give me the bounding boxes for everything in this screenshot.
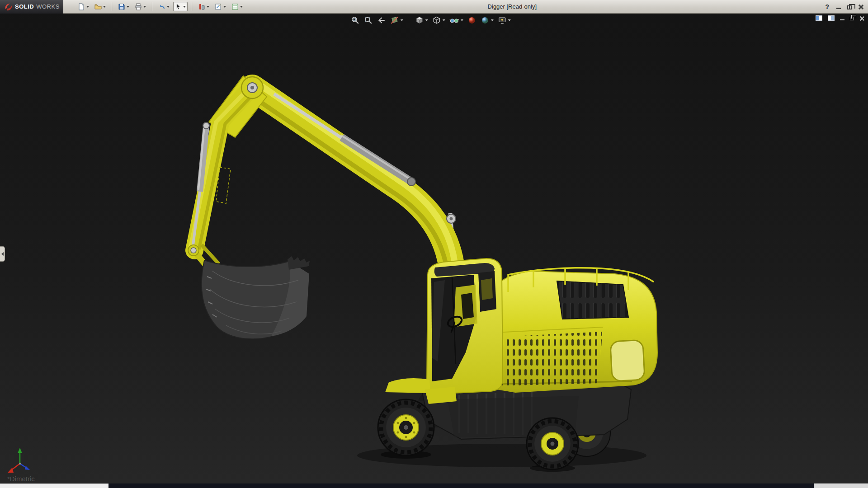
- dropdown-arrow-icon[interactable]: [461, 19, 463, 21]
- cab-step: [425, 387, 457, 404]
- dropdown-arrow-icon[interactable]: [143, 6, 146, 8]
- excavator-model[interactable]: [0, 14, 868, 483]
- section-view-icon: [390, 16, 399, 25]
- toolbar-separator: [152, 2, 152, 11]
- dropdown-arrow-icon[interactable]: [127, 6, 129, 8]
- stick-cylinder: [274, 94, 415, 186]
- edit-appearance-sphere-icon: [467, 16, 476, 25]
- print-icon: [135, 3, 142, 10]
- document-window-controls: [816, 15, 864, 21]
- dropdown-arrow-icon[interactable]: [491, 19, 494, 21]
- dropdown-arrow-icon[interactable]: [443, 19, 445, 21]
- bucket: [202, 256, 310, 339]
- save-button[interactable]: [116, 2, 131, 12]
- view-orientation-cube-icon: [415, 16, 424, 25]
- document-restore-button[interactable]: [850, 17, 854, 20]
- window-controls: ?: [824, 0, 863, 14]
- solidworks-logo: SOLIDWORKS: [0, 0, 63, 14]
- toolbox-icon: [198, 3, 205, 10]
- dropdown-arrow-icon[interactable]: [401, 19, 403, 21]
- cab: [427, 258, 503, 394]
- new-document-icon: [78, 3, 85, 10]
- toolbox-button[interactable]: [196, 2, 211, 12]
- document-minimize-button[interactable]: [840, 16, 844, 20]
- y-axis-arrow: [18, 448, 22, 453]
- status-strip-left: [0, 483, 108, 488]
- orientation-triad[interactable]: [4, 446, 35, 477]
- open-icon: [94, 3, 102, 10]
- front-fender: [385, 378, 430, 393]
- dropdown-arrow-icon[interactable]: [183, 6, 186, 8]
- sketch-button[interactable]: [213, 2, 228, 12]
- section-view-button[interactable]: [389, 15, 405, 26]
- save-icon: [118, 3, 125, 10]
- undo-icon: [158, 3, 165, 10]
- brand-light: WORKS: [36, 3, 60, 10]
- z-axis-arrow: [25, 466, 30, 470]
- display-style-button[interactable]: [431, 15, 447, 26]
- new-document-button[interactable]: [76, 2, 91, 12]
- full-pane-icon[interactable]: [828, 15, 835, 21]
- restore-button[interactable]: [847, 5, 852, 9]
- title-bar: SOLIDWORKS: [0, 0, 868, 14]
- collapse-arrow-icon: [1, 252, 4, 256]
- brand-bold: SOLID: [15, 3, 34, 10]
- dropdown-arrow-icon[interactable]: [240, 6, 243, 8]
- dropdown-arrow-icon[interactable]: [86, 6, 89, 8]
- select-cursor-icon: [175, 3, 182, 10]
- window-title: Digger [Read-only]: [488, 0, 537, 14]
- dropdown-arrow-icon[interactable]: [223, 6, 226, 8]
- boom-arm: [249, 82, 455, 274]
- apply-scene-button[interactable]: [479, 15, 495, 26]
- main-toolbar: [63, 2, 245, 12]
- graphics-viewport[interactable]: *Dimetric: [0, 14, 868, 483]
- help-button[interactable]: ?: [824, 3, 830, 10]
- undo-button[interactable]: [156, 2, 171, 12]
- edit-appearance-button[interactable]: [466, 15, 478, 26]
- dropdown-arrow-icon[interactable]: [167, 6, 170, 8]
- drawing-options-button[interactable]: [230, 2, 245, 12]
- display-style-icon: [432, 16, 441, 25]
- view-settings-icon: [498, 16, 507, 25]
- sketch-icon: [215, 3, 222, 10]
- boom-knee-pin: [447, 214, 456, 223]
- dropdown-arrow-icon[interactable]: [508, 19, 511, 21]
- toolbar-separator: [112, 2, 112, 11]
- zoom-to-area-icon: [364, 16, 373, 25]
- previous-view-button[interactable]: [376, 15, 387, 26]
- previous-view-icon: [377, 16, 386, 25]
- split-pane-icon[interactable]: [816, 15, 822, 21]
- status-strip: [0, 483, 868, 488]
- zoom-to-area-button[interactable]: [363, 15, 374, 26]
- document-close-button[interactable]: [859, 16, 864, 21]
- heads-up-view-toolbar: [349, 15, 512, 26]
- boom-apex-joint: [241, 77, 263, 99]
- 3ds-logo-icon: [4, 2, 13, 11]
- select-button[interactable]: [173, 2, 188, 11]
- dropdown-arrow-icon[interactable]: [425, 19, 428, 21]
- hide-show-items-icon: [449, 16, 459, 25]
- view-settings-button[interactable]: [496, 15, 512, 26]
- apply-scene-sphere-icon: [481, 16, 490, 25]
- zoom-to-fit-icon: [351, 16, 360, 25]
- dropdown-arrow-icon[interactable]: [103, 6, 106, 8]
- solidworks-window: SOLIDWORKS: [0, 0, 868, 488]
- engine-body: [494, 267, 657, 392]
- status-strip-right: [814, 483, 868, 488]
- view-orientation-button[interactable]: [414, 15, 429, 26]
- minimize-button[interactable]: [836, 5, 841, 9]
- side-vents: [496, 332, 602, 386]
- print-button[interactable]: [133, 2, 148, 12]
- toolbar-separator: [192, 2, 192, 11]
- drawing-options-icon: [231, 3, 239, 10]
- rear-panel: [610, 340, 645, 381]
- hide-show-items-button[interactable]: [448, 15, 465, 26]
- zoom-to-fit-button[interactable]: [349, 15, 361, 26]
- dropdown-arrow-icon[interactable]: [207, 6, 209, 8]
- open-button[interactable]: [93, 2, 108, 12]
- feature-panel-collapse-tab[interactable]: [0, 246, 5, 262]
- view-orientation-label: *Dimetric: [7, 475, 35, 483]
- close-button[interactable]: [858, 4, 863, 9]
